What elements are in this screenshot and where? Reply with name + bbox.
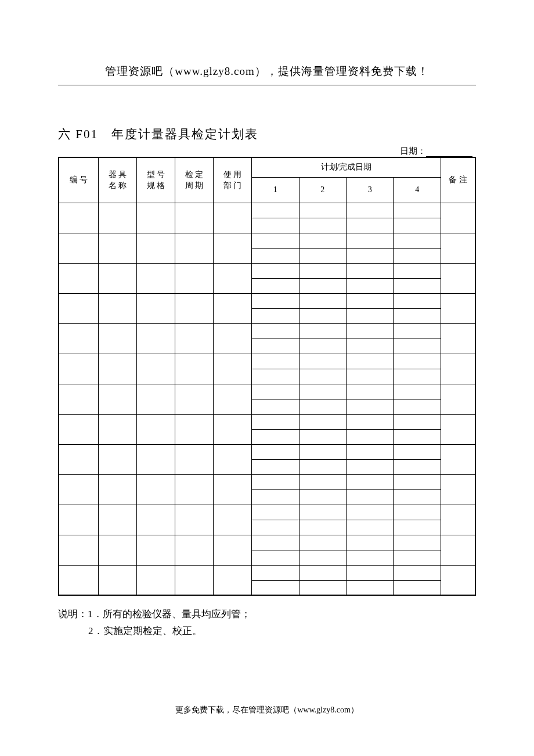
done-cell[interactable]: [394, 308, 441, 323]
done-cell[interactable]: [346, 278, 393, 293]
note-cell[interactable]: [441, 505, 475, 535]
plan-cell[interactable]: [346, 203, 393, 218]
done-cell[interactable]: [252, 369, 299, 384]
note-cell[interactable]: [441, 535, 475, 565]
note-cell[interactable]: [441, 293, 475, 323]
plan-cell[interactable]: [299, 505, 346, 520]
cell[interactable]: [136, 323, 175, 354]
done-cell[interactable]: [252, 248, 299, 263]
done-cell[interactable]: [346, 339, 393, 354]
cell[interactable]: [175, 414, 213, 444]
done-cell[interactable]: [252, 278, 299, 293]
done-cell[interactable]: [299, 308, 346, 323]
done-cell[interactable]: [394, 429, 441, 444]
cell[interactable]: [175, 565, 213, 595]
plan-cell[interactable]: [394, 323, 441, 339]
note-cell[interactable]: [441, 565, 475, 595]
cell[interactable]: [213, 444, 251, 474]
cell[interactable]: [59, 414, 98, 444]
note-cell[interactable]: [441, 203, 475, 233]
cell[interactable]: [59, 323, 98, 354]
done-cell[interactable]: [299, 459, 346, 474]
plan-cell[interactable]: [346, 323, 393, 339]
plan-cell[interactable]: [394, 233, 441, 248]
plan-cell[interactable]: [252, 565, 299, 580]
cell[interactable]: [98, 444, 136, 474]
plan-cell[interactable]: [394, 474, 441, 489]
cell[interactable]: [175, 203, 213, 233]
done-cell[interactable]: [252, 399, 299, 414]
cell[interactable]: [213, 323, 251, 354]
plan-cell[interactable]: [299, 535, 346, 550]
plan-cell[interactable]: [394, 535, 441, 550]
plan-cell[interactable]: [346, 474, 393, 489]
cell[interactable]: [175, 474, 213, 505]
cell[interactable]: [98, 384, 136, 414]
cell[interactable]: [175, 263, 213, 293]
plan-cell[interactable]: [252, 203, 299, 218]
cell[interactable]: [175, 505, 213, 535]
note-cell[interactable]: [441, 414, 475, 444]
done-cell[interactable]: [394, 248, 441, 263]
plan-cell[interactable]: [346, 384, 393, 399]
cell[interactable]: [213, 293, 251, 323]
date-blank[interactable]: [426, 156, 472, 157]
plan-cell[interactable]: [252, 505, 299, 520]
plan-cell[interactable]: [394, 203, 441, 218]
done-cell[interactable]: [252, 520, 299, 535]
cell[interactable]: [98, 263, 136, 293]
plan-cell[interactable]: [299, 354, 346, 369]
plan-cell[interactable]: [394, 565, 441, 580]
done-cell[interactable]: [299, 399, 346, 414]
cell[interactable]: [98, 354, 136, 384]
done-cell[interactable]: [299, 550, 346, 565]
done-cell[interactable]: [346, 248, 393, 263]
plan-cell[interactable]: [346, 505, 393, 520]
plan-cell[interactable]: [252, 384, 299, 399]
cell[interactable]: [213, 263, 251, 293]
done-cell[interactable]: [299, 339, 346, 354]
done-cell[interactable]: [252, 550, 299, 565]
plan-cell[interactable]: [346, 565, 393, 580]
cell[interactable]: [136, 535, 175, 565]
done-cell[interactable]: [346, 308, 393, 323]
cell[interactable]: [59, 535, 98, 565]
cell[interactable]: [59, 474, 98, 505]
plan-cell[interactable]: [299, 444, 346, 459]
cell[interactable]: [213, 203, 251, 233]
cell[interactable]: [59, 233, 98, 263]
done-cell[interactable]: [394, 369, 441, 384]
cell[interactable]: [136, 354, 175, 384]
note-cell[interactable]: [441, 444, 475, 474]
plan-cell[interactable]: [299, 203, 346, 218]
plan-cell[interactable]: [394, 414, 441, 429]
plan-cell[interactable]: [346, 233, 393, 248]
cell[interactable]: [213, 414, 251, 444]
cell[interactable]: [213, 505, 251, 535]
plan-cell[interactable]: [346, 444, 393, 459]
plan-cell[interactable]: [299, 263, 346, 278]
done-cell[interactable]: [394, 520, 441, 535]
done-cell[interactable]: [346, 218, 393, 233]
plan-cell[interactable]: [252, 233, 299, 248]
plan-cell[interactable]: [394, 293, 441, 308]
cell[interactable]: [136, 233, 175, 263]
done-cell[interactable]: [299, 248, 346, 263]
note-cell[interactable]: [441, 474, 475, 505]
plan-cell[interactable]: [394, 384, 441, 399]
done-cell[interactable]: [346, 489, 393, 505]
cell[interactable]: [98, 203, 136, 233]
plan-cell[interactable]: [299, 474, 346, 489]
done-cell[interactable]: [346, 459, 393, 474]
plan-cell[interactable]: [252, 444, 299, 459]
cell[interactable]: [98, 474, 136, 505]
done-cell[interactable]: [394, 459, 441, 474]
cell[interactable]: [136, 384, 175, 414]
done-cell[interactable]: [299, 429, 346, 444]
done-cell[interactable]: [346, 369, 393, 384]
cell[interactable]: [213, 233, 251, 263]
cell[interactable]: [175, 354, 213, 384]
cell[interactable]: [175, 323, 213, 354]
note-cell[interactable]: [441, 323, 475, 354]
plan-cell[interactable]: [394, 354, 441, 369]
